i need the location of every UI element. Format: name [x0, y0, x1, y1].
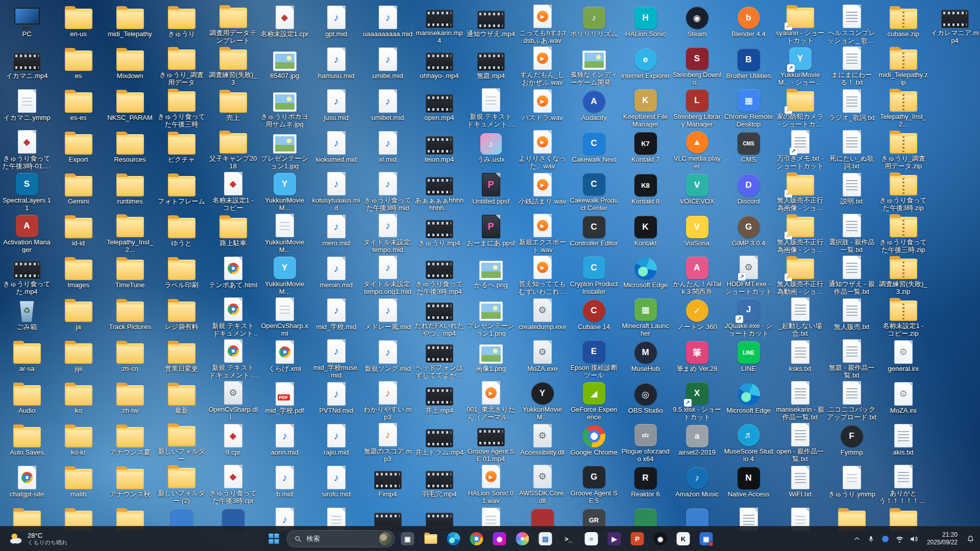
desktop-icon[interactable]: OpenCvSharp.dll...	[207, 379, 259, 420]
desktop-icon[interactable]: イカマニ.ymmp	[1, 86, 53, 128]
desktop-icon[interactable]: 新規ソング.mid	[362, 337, 413, 379]
desktop-icon[interactable]: OpenCvSharp.xml	[259, 295, 310, 337]
desktop-icon[interactable]: umibe.mid	[362, 44, 413, 86]
desktop-icon[interactable]: teion.mp4	[413, 128, 465, 169]
desktop-icon[interactable]: manisekarin.mp4	[413, 2, 465, 44]
desktop-icon[interactable]: RReaktor 6	[620, 462, 671, 504]
desktop-icon[interactable]: meroin.mid	[310, 253, 362, 295]
desktop-icon[interactable]: kotusytuaaus.mid	[310, 169, 362, 211]
desktop-icon[interactable]: MoZA.exe	[517, 337, 568, 379]
desktop-icon[interactable]: LINELINE	[723, 337, 774, 379]
tray-wifi-icon[interactable]	[895, 534, 904, 543]
desktop-icon[interactable]: きゅうり_調査用データ.zip	[877, 128, 929, 169]
desktop-icon[interactable]: Accessibility.dll	[517, 420, 568, 462]
desktop-icon[interactable]: ▦Minecraft Launcher	[620, 295, 671, 337]
desktop-icon[interactable]: 名称未設定1.cpr	[259, 2, 310, 44]
desktop-icon[interactable]: きゅうり食ってた午後3時.cpr	[207, 462, 259, 504]
desktop-icon[interactable]: uaaaaaaaaa.mid	[362, 2, 413, 44]
desktop-icon[interactable]: 新規エクスポート.wav	[517, 211, 568, 253]
taskbar-app-black-audio-app[interactable]: ◉	[650, 529, 671, 549]
tray-microphone-icon[interactable]	[867, 534, 876, 543]
desktop-icon[interactable]: Gemini	[53, 169, 104, 211]
desktop-icon[interactable]: 孤独なインディーゲーム開発者の一生_	[568, 44, 620, 86]
desktop-icon[interactable]: 通知ウザえ.mp4	[465, 2, 517, 44]
taskbar-app-terminal[interactable]: >_	[558, 529, 579, 549]
desktop-icon[interactable]: SSteinberg Downlo...	[671, 44, 723, 86]
desktop-icon[interactable]: ja	[53, 295, 104, 337]
desktop-icon[interactable]: 新しいフォルダー	[156, 420, 207, 462]
desktop-icon[interactable]: Telepathy_Inst_2...	[877, 86, 929, 128]
desktop-icon[interactable]: YukkuriMovieM...	[259, 211, 310, 253]
desktop-icon[interactable]: ↗家の防犯カメラ - ショートカット	[774, 86, 826, 128]
desktop-icon[interactable]: 名称未設定1 - コピー	[207, 169, 259, 211]
desktop-icon[interactable]: Y↗YukkuriMovieM... - ショートカット	[774, 44, 826, 86]
desktop-icon[interactable]: CCakewalk Next	[568, 128, 620, 169]
desktop-icon[interactable]: ◎OBS Studio	[620, 379, 671, 420]
taskbar-app-task-view[interactable]: ▣	[398, 529, 418, 549]
desktop-icon[interactable]: EEpson 接続診断ツール	[568, 337, 620, 379]
desktop-icon[interactable]: general.ini	[877, 337, 929, 379]
taskbar-app-k-app[interactable]: K	[673, 529, 694, 549]
desktop-icon[interactable]: mid_学校.pdf	[259, 379, 310, 420]
desktop-icon[interactable]: Audio	[1, 379, 53, 420]
desktop-icon[interactable]: プレゼンテーション1.jpg	[259, 128, 310, 169]
desktop-icon[interactable]: 説明.txt	[826, 169, 877, 211]
taskbar-app-purple-studio-app[interactable]: ▶	[604, 529, 625, 549]
desktop-icon[interactable]: Images	[53, 253, 104, 295]
taskbar-app-chrome[interactable]	[467, 529, 487, 549]
desktop-icon[interactable]: aairset2-2019	[671, 420, 723, 462]
desktop-icon[interactable]: ko	[53, 379, 104, 420]
desktop-icon[interactable]: ar-sa	[1, 337, 53, 379]
weather-widget[interactable]: 28°C くもりのち晴れ	[3, 527, 73, 551]
desktop-icon[interactable]: あぁぁぁぁhhhhhhhh...	[413, 169, 465, 211]
desktop-icon[interactable]: ラジオ_歌詞.txt	[826, 86, 877, 128]
desktop-icon[interactable]: X↗9.5.xlsx - ショートカット	[671, 379, 723, 420]
desktop-icon[interactable]: 無題.mp4	[465, 44, 517, 86]
desktop-icon[interactable]: きゅうり食ってた午後3時.mid	[362, 169, 413, 211]
desktop-icon[interactable]: ↗無人販売不正行為画像 - ショートカット	[774, 169, 826, 211]
desktop-icon[interactable]: うみ.ustx	[465, 128, 517, 169]
desktop-icon[interactable]: Google Chrome	[568, 420, 620, 462]
desktop-icon[interactable]: ↗万引きメモ.txt - ショートカット	[774, 128, 826, 169]
desktop-icon[interactable]: バスドラ.wav	[517, 86, 568, 128]
desktop-icon[interactable]: WiFI.txt	[774, 462, 826, 504]
desktop-icon[interactable]: FFymmp	[826, 420, 877, 462]
desktop-icon[interactable]: タイトル未設定, tempo.mid	[362, 211, 413, 253]
desktop-icon[interactable]: CCakewalk Product Center	[568, 169, 620, 211]
desktop-icon[interactable]: 名称未設定1 - コピー.zip	[877, 295, 929, 337]
desktop-icon[interactable]: malib	[53, 462, 104, 504]
desktop-icon[interactable]: 通知ウザえ - 親作品一覧.txt	[826, 253, 877, 295]
desktop-icon[interactable]: アナウンス秋	[104, 462, 156, 504]
desktop-icon[interactable]: Resources	[104, 128, 156, 169]
desktop-icon[interactable]: ✓ノートン 360	[671, 295, 723, 337]
desktop-icon[interactable]: YYukkuriMovieM...	[259, 169, 310, 211]
desktop-icon[interactable]: sfzPlogue sforzando x64	[620, 420, 671, 462]
desktop-icon[interactable]: zh-tw	[104, 379, 156, 420]
desktop-icon[interactable]: kiokumed.mid	[310, 128, 362, 169]
desktop-icon[interactable]: ピクチャ	[156, 128, 207, 169]
desktop-icon[interactable]: es-es	[53, 86, 104, 128]
desktop-icon[interactable]: _起動しない場合.txt	[774, 295, 826, 337]
desktop-icon[interactable]: VVOICEVOX	[671, 169, 723, 211]
start-button[interactable]	[264, 529, 284, 549]
desktop-icon[interactable]: CMSCMS	[723, 128, 774, 169]
desktop-icon[interactable]: レジ袋有料	[156, 295, 207, 337]
desktop-icon[interactable]: わかりやすい.mp3	[362, 379, 413, 420]
desktop-icon[interactable]: きゅうり食ってた午後3時.mp4	[413, 253, 465, 295]
desktop-icon[interactable]: 無題のスコア.mp3	[362, 420, 413, 462]
desktop-icon[interactable]: aorin.mid	[259, 420, 310, 462]
desktop-icon[interactable]: J↗JQuake.exe - ショートカット	[723, 295, 774, 337]
desktop-icon[interactable]: PC	[1, 2, 53, 44]
desktop-icon[interactable]: ラベル印刷	[156, 253, 207, 295]
desktop-icon[interactable]: mero.mid	[310, 211, 362, 253]
desktop-icon[interactable]: フォトフレーム	[156, 169, 207, 211]
desktop-icon[interactable]: テンポあて.html	[207, 253, 259, 295]
desktop-icon[interactable]: 売上	[207, 86, 259, 128]
desktop-icon[interactable]: きゅうりポカヨ用サムネ.jpg	[259, 86, 310, 128]
desktop-icon[interactable]: きゅうり食ってた午後3時-01.cpr	[1, 128, 53, 169]
desktop-icon[interactable]: en-us	[53, 2, 104, 44]
desktop-icon[interactable]: PVTNd.mid	[310, 379, 362, 420]
desktop-icon[interactable]: 井上ドラム.mp4	[413, 420, 465, 462]
desktop-icon[interactable]: よりりさくなった。wav	[517, 128, 568, 169]
desktop-icon[interactable]: イカレマニア.mp4	[929, 2, 980, 44]
